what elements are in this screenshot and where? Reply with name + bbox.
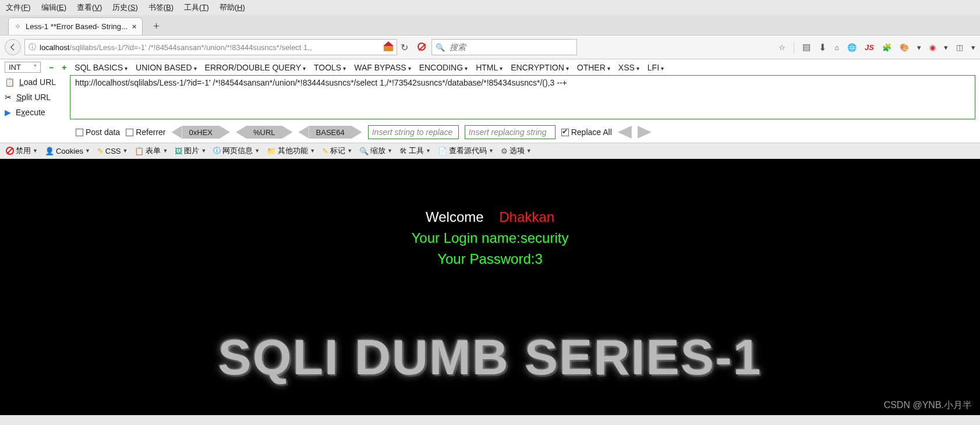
reload-button[interactable]: ↻ bbox=[401, 42, 408, 53]
dev-disable[interactable]: 禁用▼ bbox=[3, 146, 40, 156]
dev-images[interactable]: 🖼图片▼ bbox=[172, 146, 208, 156]
dev-source[interactable]: 📄查看源代码▼ bbox=[436, 146, 496, 156]
pencil-icon: ✎ bbox=[322, 147, 328, 155]
hackbar-main: 📋Load URL ✂Split URL ▶Execute http://loc… bbox=[0, 75, 980, 122]
hb-menu-tools[interactable]: TOOLS bbox=[314, 63, 346, 72]
toolbar-right: ☆ ▤ ⬇ ⌂ 🌐 JS 🧩 🎨 ▾ ◉ ▾ ◫ ▾ bbox=[779, 41, 975, 53]
star-icon[interactable]: ☆ bbox=[779, 43, 786, 52]
hb-menu-encoding[interactable]: ENCODING bbox=[419, 63, 468, 72]
hb-load-url[interactable]: 📋Load URL bbox=[5, 77, 70, 87]
dev-misc[interactable]: 📁其他功能▼ bbox=[264, 146, 317, 156]
palette-icon[interactable]: 🎨 bbox=[900, 43, 909, 52]
enc-base64[interactable]: BASE64 bbox=[299, 126, 362, 139]
clipboard-icon: 📋 bbox=[5, 77, 15, 87]
postdata-checkbox[interactable]: Post data bbox=[76, 128, 120, 137]
tab-close-icon[interactable]: × bbox=[132, 22, 137, 31]
login-name-line: Your Login name:security bbox=[0, 230, 980, 246]
search-box[interactable]: 🔍 bbox=[431, 39, 577, 55]
hb-menu-lfi[interactable]: LFI bbox=[648, 63, 664, 72]
hackbar-mode-select[interactable]: INT˅ bbox=[5, 62, 41, 73]
dropdown-icon-3[interactable]: ▾ bbox=[971, 43, 975, 52]
hb-menu-xss[interactable]: XSS bbox=[618, 63, 639, 72]
replace-to-input[interactable]: Insert replacing string bbox=[465, 125, 556, 139]
home-button[interactable]: ⌂ bbox=[834, 43, 839, 52]
hb-menu-html[interactable]: HTML bbox=[476, 63, 503, 72]
dropdown-icon[interactable]: ▾ bbox=[917, 43, 921, 52]
replace-prev[interactable] bbox=[618, 126, 632, 139]
app-menubar: 文件(F) 编辑(E) 查看(V) 历史(S) 书签(B) 工具(T) 帮助(H… bbox=[0, 0, 980, 15]
image-icon: 🖼 bbox=[175, 147, 182, 155]
extension-icon-1[interactable]: 🧩 bbox=[882, 43, 891, 52]
search-input[interactable] bbox=[448, 42, 573, 52]
address-bar[interactable]: ⓘ localhost/sqlilabs/Less-1/?id=-1' /*!8… bbox=[24, 39, 397, 55]
dev-tools[interactable]: 🛠工具▼ bbox=[397, 146, 433, 156]
arrow-left-icon bbox=[8, 42, 17, 52]
sidebar-icon[interactable]: ◫ bbox=[956, 43, 963, 52]
globe-icon[interactable]: 🌐 bbox=[847, 43, 857, 52]
dropdown-icon-2[interactable]: ▾ bbox=[944, 43, 948, 52]
enc-url[interactable]: %URL bbox=[236, 126, 293, 139]
hb-execute[interactable]: ▶Execute bbox=[5, 108, 70, 117]
new-tab-button[interactable]: + bbox=[148, 19, 164, 34]
folder-icon: 📁 bbox=[267, 147, 276, 155]
watermark: CSDN @YNB.小月半 bbox=[884, 399, 972, 412]
search-icon: 🔍 bbox=[436, 43, 445, 52]
webdev-toolbar: 禁用▼ 👤Cookies▼ ✎CSS▼ 📋表单▼ 🖼图片▼ ⓘ网页信息▼ 📁其他… bbox=[0, 143, 980, 159]
tab-strip: ✧ Less-1 **Error Based- String... × + bbox=[0, 15, 980, 35]
dev-resize[interactable]: 🔍缩放▼ bbox=[357, 146, 395, 156]
hackbar-minus[interactable]: − bbox=[49, 63, 54, 72]
welcome-name: Dhakkan bbox=[499, 209, 554, 225]
hb-menu-error[interactable]: ERROR/DOUBLE QUERY bbox=[205, 63, 306, 72]
code-icon: 📄 bbox=[438, 147, 447, 155]
menu-file[interactable]: 文件(F) bbox=[6, 2, 31, 13]
hb-menu-union[interactable]: UNION BASED bbox=[136, 63, 196, 72]
hb-menu-other[interactable]: OTHER bbox=[577, 63, 610, 72]
url-host: localhost bbox=[40, 43, 69, 52]
dev-cookies[interactable]: 👤Cookies▼ bbox=[43, 147, 93, 155]
menu-view[interactable]: 查看(V) bbox=[77, 2, 102, 13]
replace-from-input[interactable]: Insert string to replace bbox=[368, 125, 459, 139]
menu-tools[interactable]: 工具(T) bbox=[184, 2, 209, 13]
welcome-line: Welcome Dhakkan bbox=[0, 159, 980, 225]
welcome-text: Welcome bbox=[426, 209, 484, 225]
enc-hex[interactable]: 0xHEX bbox=[172, 126, 230, 139]
referrer-checkbox[interactable]: Referrer bbox=[126, 128, 165, 137]
tab-active[interactable]: ✧ Less-1 **Error Based- String... × bbox=[8, 17, 143, 35]
dev-css[interactable]: ✎CSS▼ bbox=[95, 147, 130, 155]
download-icon[interactable]: ⬇ bbox=[819, 42, 826, 53]
menu-history[interactable]: 历史(S) bbox=[112, 2, 137, 13]
nav-toolbar: ⓘ localhost/sqlilabs/Less-1/?id=-1' /*!8… bbox=[0, 35, 980, 59]
dev-options[interactable]: ⚙选项▼ bbox=[498, 146, 534, 156]
hackbar-plus[interactable]: + bbox=[62, 63, 66, 72]
hb-menu-waf[interactable]: WAF BYPASS bbox=[354, 63, 411, 72]
js-badge[interactable]: JS bbox=[865, 43, 874, 52]
scissors-icon: ✂ bbox=[5, 93, 12, 102]
extension-icon-2[interactable]: ◉ bbox=[929, 43, 936, 52]
separator bbox=[794, 41, 794, 53]
play-icon: ▶ bbox=[5, 108, 11, 117]
replace-next[interactable] bbox=[638, 126, 652, 139]
dev-forms[interactable]: 📋表单▼ bbox=[132, 146, 170, 156]
info-icon: ⓘ bbox=[213, 146, 221, 156]
hb-split-url[interactable]: ✂Split URL bbox=[5, 93, 70, 102]
hb-menu-encryption[interactable]: ENCRYPTION bbox=[511, 63, 569, 72]
hackbar-options-row: Post data Referrer 0xHEX %URL BASE64 Ins… bbox=[0, 122, 980, 143]
dev-info[interactable]: ⓘ网页信息▼ bbox=[211, 146, 262, 156]
series-title: SQLI DUMB SERIES-1 bbox=[0, 328, 980, 386]
hb-menu-sqlbasics[interactable]: SQL BASICS bbox=[75, 63, 128, 72]
menu-edit[interactable]: 编辑(E) bbox=[41, 2, 66, 13]
gear-icon: ⚙ bbox=[501, 147, 508, 155]
replace-all-checkbox[interactable]: Replace All bbox=[561, 128, 612, 137]
tab-favicon: ✧ bbox=[15, 22, 21, 31]
hackbar-url-textarea[interactable]: http://localhost/sqlilabs/Less-1/?id=-1'… bbox=[70, 75, 975, 119]
home-icon[interactable] bbox=[384, 43, 393, 51]
dev-outline[interactable]: ✎标记▼ bbox=[320, 146, 355, 156]
back-button[interactable] bbox=[5, 39, 21, 55]
menu-help[interactable]: 帮助(H) bbox=[220, 2, 245, 13]
noscript-icon[interactable] bbox=[418, 42, 426, 52]
library-icon[interactable]: ▤ bbox=[802, 42, 811, 52]
clipboard-icon: 📋 bbox=[135, 147, 144, 155]
page-content: Welcome Dhakkan Your Login name:security… bbox=[0, 159, 980, 415]
site-info-icon[interactable]: ⓘ bbox=[29, 42, 36, 52]
menu-bookmarks[interactable]: 书签(B) bbox=[148, 2, 174, 13]
